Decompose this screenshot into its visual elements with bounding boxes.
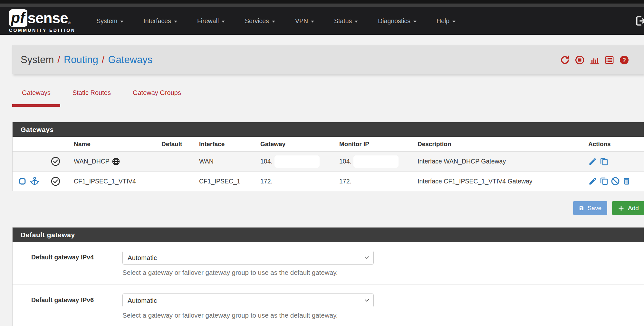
default-gateway-panel-title: Default gateway	[13, 228, 644, 242]
breadcrumb-separator: /	[102, 54, 105, 66]
breadcrumb-section: System	[21, 54, 54, 66]
redaction-box	[274, 175, 320, 187]
breadcrumb-separator: /	[57, 54, 60, 66]
caret-down-icon	[174, 21, 177, 23]
nav-item-vpn[interactable]: VPN	[285, 13, 324, 29]
breadcrumb: System / Routing / Gateways	[21, 54, 152, 66]
log-icon[interactable]	[604, 55, 614, 65]
caret-down-icon	[413, 21, 417, 23]
refresh-icon[interactable]	[560, 55, 570, 65]
logo-subtitle: COMMUNITY EDITION	[9, 28, 75, 33]
form-row-ipv6: Default gateway IPv6 Automatic Select a …	[13, 285, 644, 326]
gateway-name: WAN_DHCP	[74, 158, 110, 165]
gateways-panel-title: Gateways	[13, 122, 644, 137]
col-interface: Interface	[199, 141, 260, 148]
table-buttons-row: Save Add	[0, 201, 644, 215]
gateway-interface: WAN	[199, 158, 260, 165]
stop-circle-icon[interactable]	[575, 55, 585, 65]
add-button[interactable]: Add	[612, 201, 644, 215]
globe-icon	[112, 157, 120, 166]
nav-item-status[interactable]: Status	[324, 13, 368, 29]
redaction-box	[353, 175, 399, 187]
table-row: WAN_DHCP WAN 104. 104. Interface WAN_DHC…	[13, 152, 644, 171]
col-name: Name	[74, 141, 161, 148]
square-icon	[18, 177, 26, 185]
bar-chart-icon[interactable]	[590, 55, 600, 65]
gateways-panel: Gateways Name Default Interface Gateway …	[12, 122, 644, 191]
logo-registered-mark: ®	[68, 21, 71, 25]
nav-item-interfaces[interactable]: Interfaces	[133, 13, 187, 29]
gateway-description: Interface WAN_DHCP Gateway	[418, 158, 588, 165]
save-icon	[579, 205, 584, 211]
default-gateway-ipv4-select[interactable]: Automatic	[122, 251, 374, 265]
anchor-icon	[30, 176, 40, 186]
nav-item-help[interactable]: Help	[427, 13, 466, 29]
default-gateway-ipv6-select[interactable]: Automatic	[122, 293, 374, 307]
gateways-table-header: Name Default Interface Gateway Monitor I…	[13, 137, 644, 152]
check-circle-icon	[51, 176, 61, 186]
default-gateway-ipv4-help: Select a gateway or failover gateway gro…	[122, 269, 644, 276]
gateway-address: 104.	[260, 158, 273, 165]
logo-sense: sense	[27, 9, 68, 27]
disable-icon[interactable]	[611, 177, 620, 186]
pfsense-logo[interactable]: pf sense ® COMMUNITY EDITION	[9, 9, 75, 33]
logo-pf: pf	[9, 9, 27, 27]
caret-down-icon	[272, 21, 275, 23]
nav-item-system[interactable]: System	[86, 13, 133, 29]
col-description: Description	[418, 141, 588, 148]
caret-down-icon	[452, 21, 456, 23]
caret-down-icon	[222, 21, 225, 23]
nav-item-diagnostics[interactable]: Diagnostics	[368, 13, 427, 29]
plus-icon	[618, 205, 624, 211]
default-gateway-ipv6-label: Default gateway IPv6	[31, 296, 121, 304]
col-gateway: Gateway	[260, 141, 339, 148]
nav-item-firewall[interactable]: Firewall	[187, 13, 235, 29]
routing-tabs: Gateways Static Routes Gateway Groups	[12, 89, 644, 107]
window-top-strip	[0, 0, 644, 4]
delete-icon[interactable]	[622, 177, 631, 186]
tab-static-routes[interactable]: Static Routes	[63, 89, 120, 107]
form-row-ipv4: Default gateway IPv4 Automatic Select a …	[13, 242, 644, 285]
copy-icon[interactable]	[600, 157, 609, 166]
sign-out-icon[interactable]	[634, 15, 644, 26]
tab-gateway-groups[interactable]: Gateway Groups	[123, 89, 191, 107]
col-monitor-ip: Monitor IP	[339, 141, 418, 148]
nav-menu: System Interfaces Firewall Services VPN …	[86, 13, 466, 29]
default-gateway-ipv4-label: Default gateway IPv4	[31, 254, 121, 261]
breadcrumb-actions: ?	[560, 55, 629, 65]
table-row: CF1_IPSEC_1_VTIV4 CF1_IPSEC_1 172. 172. …	[13, 171, 644, 191]
default-gateway-panel: Default gateway Default gateway IPv4 Aut…	[12, 227, 644, 326]
edit-icon[interactable]	[588, 157, 597, 166]
copy-icon[interactable]	[600, 177, 609, 186]
tab-gateways[interactable]: Gateways	[12, 89, 60, 107]
nav-item-services[interactable]: Services	[235, 13, 285, 29]
breadcrumb-link-routing[interactable]: Routing	[64, 54, 98, 66]
help-icon[interactable]: ?	[619, 55, 629, 65]
redaction-box	[353, 155, 399, 168]
gateway-name: CF1_IPSEC_1_VTIV4	[74, 178, 136, 185]
monitor-ip: 172.	[339, 178, 351, 185]
gateway-interface: CF1_IPSEC_1	[199, 178, 260, 185]
caret-down-icon	[355, 21, 358, 23]
breadcrumb-link-gateways[interactable]: Gateways	[108, 54, 152, 66]
gateway-address: 172.	[260, 178, 273, 185]
default-gateway-ipv6-help: Select a gateway or failover gateway gro…	[122, 312, 644, 319]
top-navbar: pf sense ® COMMUNITY EDITION System Inte…	[0, 7, 644, 35]
monitor-ip: 104.	[339, 158, 351, 165]
col-default: Default	[161, 141, 199, 148]
check-circle-icon	[51, 156, 61, 166]
col-actions: Actions	[588, 141, 644, 148]
caret-down-icon	[120, 21, 123, 23]
window-sub-strip	[0, 4, 644, 7]
breadcrumb-bar: System / Routing / Gateways ?	[12, 45, 644, 74]
caret-down-icon	[311, 21, 314, 23]
svg-text:?: ?	[622, 56, 626, 63]
save-button[interactable]: Save	[573, 201, 607, 215]
gateway-description: Interface CF1_IPSEC_1_VTIV4 Gateway	[418, 178, 588, 185]
redaction-box	[274, 155, 320, 168]
edit-icon[interactable]	[588, 177, 597, 186]
